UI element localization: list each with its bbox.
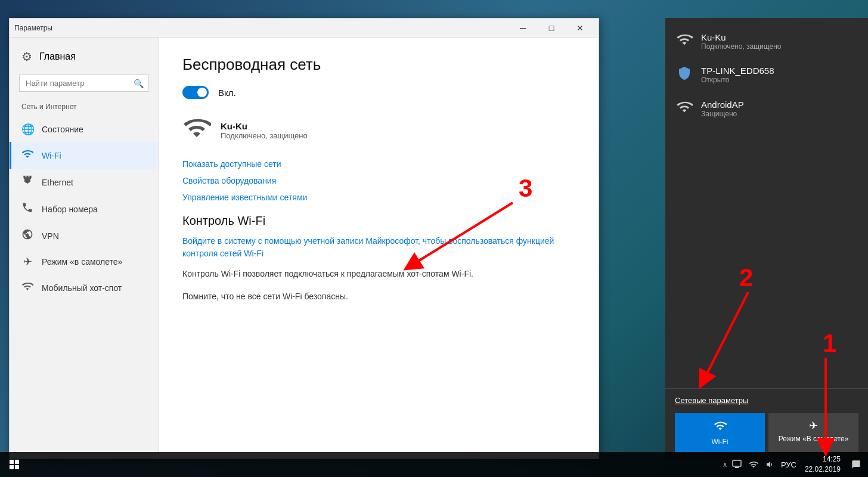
display-icon[interactable] xyxy=(730,457,744,472)
wifi-control-title: Контроль Wi-Fi xyxy=(182,214,575,228)
chevron-up-icon[interactable]: ∧ xyxy=(723,461,727,469)
taskbar-left xyxy=(0,452,29,477)
maximize-button[interactable]: □ xyxy=(538,18,565,38)
sidebar-item-hotspot[interactable]: Мобильный хот-спот xyxy=(10,274,158,301)
sidebar-item-label-wifi: Wi-Fi xyxy=(42,151,61,160)
flyout-shield-icon xyxy=(676,66,693,83)
flyout-net-status-1: Подключено, защищено xyxy=(701,42,782,51)
title-bar-controls: ─ □ ✕ xyxy=(509,18,594,38)
flyout-network-item-kukuku[interactable]: Ku-Ku Подключено, защищено xyxy=(665,24,868,58)
wifi-control-link[interactable]: Войдите в систему с помощью учетной запи… xyxy=(182,235,575,260)
home-icon: ⚙ xyxy=(21,49,32,64)
svg-rect-3 xyxy=(10,465,14,469)
network-info: Ku-Ku Подключено, защищено xyxy=(221,121,308,140)
notification-area: ∧ xyxy=(723,457,777,472)
airplane-quick-icon: ✈ xyxy=(809,419,818,432)
settings-window: Параметры ─ □ ✕ ⚙ Главная 🔍 Сеть и Интер… xyxy=(9,18,599,459)
sidebar-item-label-ethernet: Ethernet xyxy=(42,178,73,187)
sidebar-search: 🔍 xyxy=(19,75,148,92)
taskbar: ∧ РУС xyxy=(0,452,868,477)
svg-rect-4 xyxy=(15,465,19,469)
flyout-net-status-3: Защищено xyxy=(701,110,744,118)
taskbar-right: ∧ РУС xyxy=(723,454,868,475)
start-button[interactable] xyxy=(0,452,29,477)
sidebar-item-label-airplane: Режим «в самолете» xyxy=(42,257,122,267)
hardware-props-link[interactable]: Свойства оборудования xyxy=(182,176,575,185)
flyout-wifi-icon-1 xyxy=(676,31,693,51)
flyout-networks: Ku-Ku Подключено, защищено TP-LINK_EDD65… xyxy=(665,18,868,388)
sidebar-item-label-hotspot: Мобильный хот-спот xyxy=(42,283,122,293)
flyout-network-item-androidap[interactable]: AndroidAP Защищено xyxy=(665,91,868,126)
network-wifi-icon xyxy=(182,113,211,147)
airplane-quick-label: Режим «В самолете» xyxy=(779,435,849,443)
toggle-row: Вкл. xyxy=(182,86,575,99)
wifi-toggle[interactable] xyxy=(182,86,209,99)
sidebar-home-button[interactable]: ⚙ Главная xyxy=(10,44,158,70)
toggle-label: Вкл. xyxy=(218,88,236,98)
main-content: Беспроводная сеть Вкл. Ku-Ku Подключено,… xyxy=(159,38,599,459)
search-icon: 🔍 xyxy=(134,79,144,88)
network-card: Ku-Ku Подключено, защищено xyxy=(182,113,575,147)
flyout-net-name-2: TP-LINK_EDD658 xyxy=(701,66,774,76)
page-title: Беспроводная сеть xyxy=(182,55,575,74)
language-indicator[interactable]: РУС xyxy=(781,460,796,469)
sidebar-item-airplane[interactable]: ✈ Режим «в самолете» xyxy=(10,249,158,274)
manage-networks-link[interactable]: Управление известными сетями xyxy=(182,193,575,202)
wifi-quick-button[interactable]: Wi-Fi xyxy=(675,413,765,452)
clock-date: 22.02.2019 xyxy=(805,464,841,475)
vpn-icon xyxy=(21,228,33,243)
search-input[interactable] xyxy=(19,75,148,92)
flyout-net-status-2: Открыто xyxy=(701,76,774,84)
desktop: Параметры ─ □ ✕ ⚙ Главная 🔍 Сеть и Интер… xyxy=(0,0,868,477)
clock-time: 14:25 xyxy=(805,454,841,464)
sidebar: ⚙ Главная 🔍 Сеть и Интернет 🌐 Состояние xyxy=(10,38,159,459)
minimize-button[interactable]: ─ xyxy=(509,18,537,38)
sidebar-item-label-dialup: Набор номера xyxy=(42,205,98,214)
window-title: Параметры xyxy=(14,24,52,32)
wifi-control-desc: Контроль Wi-Fi позволяет подключаться к … xyxy=(182,267,575,280)
section-title: Сеть и Интернет xyxy=(10,99,158,114)
hotspot-icon xyxy=(21,280,33,295)
wifi-icon xyxy=(21,148,33,163)
flyout-network-item-tplink[interactable]: TP-LINK_EDD658 Открыто xyxy=(665,58,868,91)
flyout-net-info-1: Ku-Ku Подключено, защищено xyxy=(701,32,782,51)
sidebar-home-label: Главная xyxy=(39,51,76,62)
flyout-net-info-2: TP-LINK_EDD658 Открыто xyxy=(701,66,774,84)
notification-button[interactable] xyxy=(849,457,863,472)
sidebar-item-ethernet[interactable]: Ethernet xyxy=(10,169,158,196)
airplane-quick-button[interactable]: ✈ Режим «В самолете» xyxy=(768,413,858,452)
svg-rect-6 xyxy=(735,467,739,468)
network-flyout: Ku-Ku Подключено, защищено TP-LINK_EDD65… xyxy=(665,18,868,459)
wifi-quick-icon xyxy=(714,419,727,435)
window-body: ⚙ Главная 🔍 Сеть и Интернет 🌐 Состояние xyxy=(10,38,599,459)
flyout-wifi-icon-3 xyxy=(676,98,693,119)
close-button[interactable]: ✕ xyxy=(566,18,594,38)
flyout-footer: Сетевые параметры Wi-Fi ✈ Режим «В самол… xyxy=(665,388,868,459)
sidebar-item-wifi[interactable]: Wi-Fi xyxy=(10,142,158,169)
show-networks-link[interactable]: Показать доступные сети xyxy=(182,159,575,169)
svg-rect-2 xyxy=(15,460,19,464)
wifi-control-note: Помните, что не все сети Wi-Fi безопасны… xyxy=(182,290,575,303)
dialup-icon xyxy=(21,202,33,216)
flyout-net-name-1: Ku-Ku xyxy=(701,32,782,42)
sidebar-item-dialup[interactable]: Набор номера xyxy=(10,196,158,222)
flyout-quick-actions: Wi-Fi ✈ Режим «В самолете» xyxy=(675,413,858,452)
flyout-net-info-3: AndroidAP Защищено xyxy=(701,100,744,118)
flyout-net-name-3: AndroidAP xyxy=(701,100,744,110)
wifi-quick-label: Wi-Fi xyxy=(712,438,728,446)
svg-rect-5 xyxy=(733,460,741,466)
status-icon: 🌐 xyxy=(21,123,33,136)
svg-rect-1 xyxy=(10,460,14,464)
volume-icon[interactable] xyxy=(763,457,777,472)
sidebar-item-label-vpn: VPN xyxy=(42,231,59,241)
network-name: Ku-Ku xyxy=(221,121,308,131)
taskbar-clock[interactable]: 14:25 22.02.2019 xyxy=(800,454,845,475)
title-bar: Параметры ─ □ ✕ xyxy=(10,18,599,38)
sidebar-item-label-status: Состояние xyxy=(42,125,83,134)
sidebar-item-status[interactable]: 🌐 Состояние xyxy=(10,117,158,142)
wifi-taskbar-icon[interactable] xyxy=(746,457,761,472)
network-settings-link[interactable]: Сетевые параметры xyxy=(675,396,858,405)
airplane-icon: ✈ xyxy=(21,255,33,268)
network-status: Подключено, защищено xyxy=(221,131,308,140)
sidebar-item-vpn[interactable]: VPN xyxy=(10,222,158,249)
